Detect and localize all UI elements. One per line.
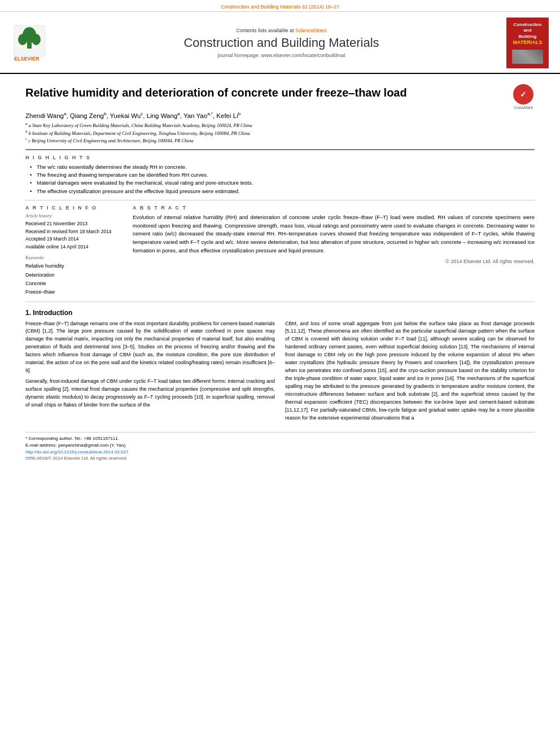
article-info-abstract: A R T I C L E I N F O Article history: R… [25,205,535,297]
svg-text:ELSEVIER: ELSEVIER [14,56,40,62]
introduction-section: 1. Introduction Freeze–thaw (F–T) damage… [25,309,535,425]
intro-para-2: Generally, frost-induced damage of CBM u… [25,378,275,409]
article-history: Article history: Received 21 November 20… [25,213,121,251]
crossmark-label: CrossMark [514,106,533,110]
keyword-4: Freeze–thaw [25,288,121,296]
author-zhendi: Zhendi Wang [25,112,64,119]
divider-before-intro [25,302,535,302]
history-accepted: Accepted 19 March 2014 [25,235,121,243]
keyword-3: Concrete [25,279,121,288]
crossmark-badge[interactable]: ✓ CrossMark [512,85,535,108]
history-online: Available online 14 April 2014 [25,243,121,251]
abstract-col: A B S T R A C T Evolution of internal re… [133,205,535,297]
journal-header: ELSEVIER Contents lists available at Sci… [0,12,560,74]
affiliation-b: b b Institute of Building Materials, Dep… [25,129,535,137]
divider-after-highlights [25,200,535,200]
history-label: Article history: [25,213,121,219]
journal-center: Contents lists available at ScienceDirec… [62,28,501,58]
highlight-item-2: The freezing and thawing temperature can… [30,171,535,179]
authors-line: Zhendi Wanga, Qiang Zengb, Yuekai Wuc, L… [25,111,535,119]
history-received: Received 21 November 2013 [25,220,121,228]
highlight-item-4: The effective crystallization pressure a… [30,187,535,195]
abstract-text: Evolution of internal relative humidity … [133,213,535,255]
article-info-label: A R T I C L E I N F O [25,205,121,211]
abstract-label: A B S T R A C T [133,205,535,211]
highlights-label: H I G H L I G H T S [25,155,535,160]
keyword-1: Relative humidity [25,262,121,270]
intro-col1: Freeze–thaw (F–T) damage remains one of … [25,320,275,425]
article-title: Relative humidity and deterioration of c… [25,85,512,100]
intro-columns: Freeze–thaw (F–T) damage remains one of … [25,320,535,425]
highlights-section: H I G H L I G H T S The w/c ratio essent… [25,155,535,195]
footer-section: * Corresponding author. Tel.: +86 105116… [25,432,535,461]
keywords-section: Keywords: Relative humidity Deterioratio… [25,255,121,296]
intro-heading: 1. Introduction [25,309,535,317]
journal-homepage: journal homepage: www.elsevier.com/locat… [62,53,501,58]
contents-line: Contents lists available at ScienceDirec… [62,28,501,33]
intro-para-1: Freeze–thaw (F–T) damage remains one of … [25,320,275,375]
affiliation-c: c c Beijing University of Civil Engineer… [25,137,535,145]
email-note: E-mail address: yanyanchina@gmail.com (Y… [25,442,535,449]
author-yan: Yan Yao [183,112,207,119]
article-container: Relative humidity and deterioration of c… [0,74,560,466]
highlight-item-3: Material damages were evaluated by the m… [30,179,535,187]
author-yuekai: Yuekai Wu [110,112,141,119]
cover-title-line3: Building [519,34,537,39]
svg-point-3 [18,34,27,45]
abstract-copyright: © 2014 Elsevier Ltd. All rights reserved… [133,259,535,264]
svg-point-4 [32,34,41,45]
divider-after-affiliations [25,149,535,150]
author-ling: Ling Wang [147,112,178,119]
intro-para-3: CBM, and loss of some small aggregate fr… [285,320,535,422]
elsevier-logo: ELSEVIER [11,23,62,63]
keywords-label: Keywords: [25,255,121,260]
highlights-list: The w/c ratio essentially determines the… [25,163,535,195]
keyword-2: Deterioration [25,271,121,279]
author-kefei: Kefei Li [216,112,238,119]
journal-citation: Construction and Building Materials 62 (… [221,4,339,10]
article-title-row: Relative humidity and deterioration of c… [25,85,535,108]
issn-copyright: 0950-0618/© 2014 Elsevier Ltd. All right… [25,456,535,461]
corresponding-author-note: * Corresponding author. Tel.: +86 105116… [25,435,535,442]
history-revised: Received in revised form 18 March 2014 [25,228,121,236]
svg-text:✓: ✓ [520,90,527,99]
svg-rect-2 [27,42,32,49]
author-qiang: Qiang Zeng [70,112,104,119]
journal-title: Construction and Building Materials [62,36,501,50]
highlight-item-1: The w/c ratio essentially determines the… [30,163,535,171]
affiliations: a a State Key Laboratory of Green Buildi… [25,121,535,145]
intro-col2: CBM, and loss of some small aggregate fr… [285,320,535,425]
crossmark-icon: ✓ [513,84,533,104]
journal-topbar: Construction and Building Materials 62 (… [0,0,560,12]
cover-title-line1: Construction [514,22,542,27]
affiliation-a: a a State Key Laboratory of Green Buildi… [25,121,535,129]
journal-cover-image: Construction and Building MATERIALS [506,18,549,68]
cover-title-line4: MATERIALS [513,40,542,45]
cover-title-line2: and [523,28,531,33]
article-info-col: A R T I C L E I N F O Article history: R… [25,205,121,297]
sciencedirect-link[interactable]: ScienceDirect [295,28,327,33]
doi-link[interactable]: http://dx.doi.org/10.1016/j.conbuildmat.… [25,449,535,456]
